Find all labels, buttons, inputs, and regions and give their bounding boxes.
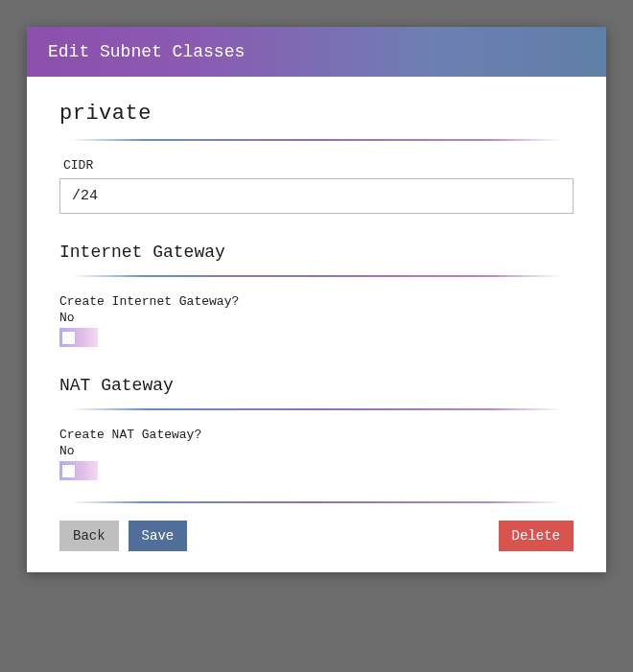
nat-gateway-toggle[interactable] <box>59 461 98 480</box>
internet-gateway-question: Create Internet Gateway? <box>59 294 574 309</box>
card-header: Edit Subnet Classes <box>27 27 606 77</box>
back-button[interactable]: Back <box>59 521 119 551</box>
save-button[interactable]: Save <box>129 521 188 551</box>
card-body: private CIDR Internet Gateway Create Int… <box>27 77 606 572</box>
nat-gateway-section: NAT Gateway Create NAT Gateway? No <box>59 376 574 480</box>
divider <box>71 275 562 277</box>
divider <box>71 139 562 141</box>
nat-gateway-question: Create NAT Gateway? <box>59 428 574 442</box>
page-title: Edit Subnet Classes <box>48 42 245 61</box>
toggle-knob <box>62 332 75 344</box>
toggle-knob <box>62 465 75 477</box>
internet-gateway-state: No <box>59 311 574 325</box>
cidr-label: CIDR <box>63 158 574 173</box>
footer-actions: Back Save Delete <box>59 521 574 551</box>
cidr-input[interactable] <box>59 178 574 214</box>
internet-gateway-section: Internet Gateway Create Internet Gateway… <box>59 243 574 347</box>
nat-gateway-heading: NAT Gateway <box>59 376 574 395</box>
nat-gateway-state: No <box>59 444 574 458</box>
internet-gateway-heading: Internet Gateway <box>59 243 574 262</box>
delete-button[interactable]: Delete <box>499 521 574 551</box>
subnet-name: private <box>59 102 574 126</box>
internet-gateway-toggle[interactable] <box>59 328 98 347</box>
edit-subnet-card: Edit Subnet Classes private CIDR Interne… <box>27 27 606 572</box>
divider <box>71 501 562 503</box>
divider <box>71 408 562 410</box>
